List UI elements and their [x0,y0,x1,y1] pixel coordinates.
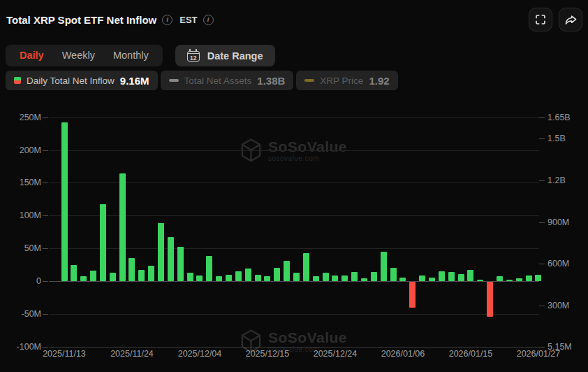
bar-2025/11/25[interactable] [138,270,145,281]
bar-2026/01/09[interactable] [429,278,435,281]
gridline-200M [49,150,539,151]
bar-2026/01/07[interactable] [409,282,416,308]
watermark-brand: SoSoValue [268,330,347,345]
bar-2026/01/16[interactable] [477,280,483,281]
bar-2025/12/18[interactable] [293,273,300,281]
left-axis-label: 250M [0,113,41,122]
x-axis-label: 2025/12/15 [235,349,300,359]
left-axis-tick [43,314,48,315]
legend-item-2[interactable]: XRP Price1.92 [296,71,397,90]
legend-label: Daily Total Net Inflow [27,76,115,86]
bar-2025/11/18[interactable] [90,271,96,281]
bar-2025/11/28[interactable] [158,223,164,281]
right-axis-label: 1.2B [547,176,566,185]
left-axis-tick [43,183,48,183]
left-axis-tick [43,215,48,216]
x-axis-label: 2025/12/24 [303,349,367,359]
watermark-domain: sosovalue.com [268,155,347,162]
bar-2025/12/08[interactable] [216,276,222,281]
left-axis-label: 200M [0,145,41,155]
bar-2026/01/14[interactable] [458,274,464,281]
bar-2025/12/12[interactable] [255,275,261,281]
bar-2026/01/27[interactable] [535,275,541,281]
tab-monthly[interactable]: Monthly [104,45,158,66]
bar-2025/12/02[interactable] [177,247,184,281]
left-axis-tick [43,347,48,348]
legend-value: 1.38B [257,75,285,87]
left-axis-label: 150M [0,178,41,187]
bar-2025/12/17[interactable] [284,261,290,281]
bar-2025/12/10[interactable] [235,271,242,281]
bar-2026/01/21[interactable] [497,276,503,281]
right-axis-tick [539,264,545,264]
tab-daily[interactable]: Daily [10,45,53,66]
bar-2026/01/26[interactable] [526,276,532,281]
bar-2025/12/22[interactable] [313,276,319,281]
bar-2025/12/04[interactable] [196,276,203,281]
timezone-label: EST [179,15,197,25]
bar-2025/12/30[interactable] [361,278,367,281]
bar-2025/11/13[interactable] [61,122,68,281]
bar-2026/01/23[interactable] [516,278,522,281]
bar-2025/12/24[interactable] [332,276,338,281]
date-range-button[interactable]: 12 Date Range [175,45,275,66]
left-axis-tick [43,248,48,249]
legend-item-0[interactable]: Daily Total Net Inflow9.16M [6,71,158,90]
bar-2025/12/11[interactable] [245,269,251,281]
left-axis-tick [43,150,48,151]
bar-2026/01/05[interactable] [390,268,397,281]
bar-2025/11/24[interactable] [128,258,135,281]
gray-dash-icon [169,79,179,82]
bar-2025/12/09[interactable] [226,275,232,281]
bar-2025/11/14[interactable] [71,265,77,281]
bar-2026/01/15[interactable] [467,270,473,281]
left-axis-label: 100M [0,210,41,220]
bar-2025/12/26[interactable] [341,276,348,281]
date-range-label: Date Range [207,50,263,62]
bar-2025/12/31[interactable] [371,272,377,281]
bar-2025/12/16[interactable] [274,268,280,281]
bar-2026/01/20[interactable] [487,282,493,317]
left-axis-label: 50M [0,243,41,253]
bar-2026/01/12[interactable] [439,271,445,281]
bar-2026/01/13[interactable] [448,272,455,281]
fullscreen-button[interactable] [529,8,552,31]
bar-2025/12/23[interactable] [323,273,329,281]
right-axis-tick [539,306,545,306]
right-axis-label: 600M [547,259,569,269]
bar-2025/12/03[interactable] [187,273,193,281]
bar-2025/12/01[interactable] [168,237,174,281]
title-info-icon[interactable]: i [162,15,172,25]
olive-dash-icon [304,79,314,82]
green-red-square-icon [14,77,21,84]
bar-2025/12/29[interactable] [351,272,358,281]
bar-2025/12/15[interactable] [264,276,270,281]
bar-2025/11/19[interactable] [100,204,106,281]
bar-2025/11/17[interactable] [80,276,87,281]
gridline-0 [49,281,539,282]
calendar-icon: 12 [187,51,200,62]
bar-2025/12/05[interactable] [206,256,212,281]
bar-2025/11/21[interactable] [119,173,126,281]
right-axis-tick [539,347,545,348]
bar-2026/01/06[interactable] [399,278,406,281]
bar-2026/01/22[interactable] [506,280,513,281]
x-axis-label: 2025/11/13 [32,349,96,359]
timezone-info-icon[interactable]: i [203,15,214,25]
right-axis-tick [539,222,545,223]
chart-legend: Daily Total Net Inflow9.16MTotal Net Ass… [6,71,398,90]
right-axis-tick [539,180,545,181]
share-button[interactable] [559,8,582,31]
left-axis-label: 0 [0,276,41,286]
tab-weekly[interactable]: Weekly [53,45,104,66]
bar-2025/11/20[interactable] [110,273,116,281]
bar-2026/01/02[interactable] [381,252,387,281]
bar-2025/11/26[interactable] [148,266,154,281]
chart-header: Total XRP Spot ETF Net Inflow i EST i [6,6,582,33]
bar-2025/12/19[interactable] [303,253,309,281]
legend-item-1[interactable]: Total Net Assets1.38B [161,71,294,90]
fullscreen-icon [534,13,547,26]
bar-2026/01/08[interactable] [419,276,425,281]
right-axis-label: 1.65B [547,113,571,122]
left-axis-label: -50M [0,309,41,319]
